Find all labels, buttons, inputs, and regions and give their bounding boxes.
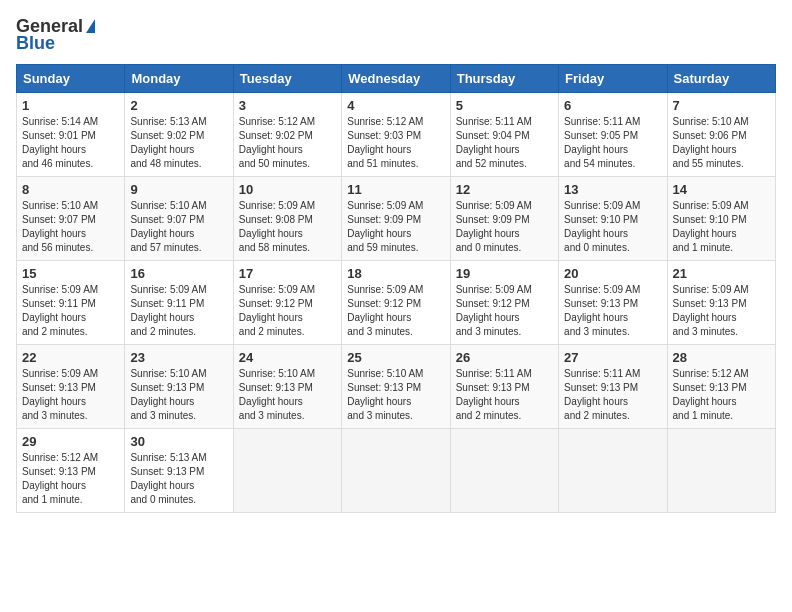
day-cell-5: 5 Sunrise: 5:11 AMSunset: 9:04 PMDayligh… — [450, 93, 558, 177]
day-info: Sunrise: 5:09 AMSunset: 9:12 PMDaylight … — [239, 283, 336, 339]
day-number: 12 — [456, 182, 553, 197]
day-number: 6 — [564, 98, 661, 113]
day-info: Sunrise: 5:09 AMSunset: 9:12 PMDaylight … — [347, 283, 444, 339]
weekday-header-friday: Friday — [559, 65, 667, 93]
day-info: Sunrise: 5:10 AMSunset: 9:07 PMDaylight … — [130, 199, 227, 255]
day-cell-12: 12 Sunrise: 5:09 AMSunset: 9:09 PMDaylig… — [450, 177, 558, 261]
weekday-header-wednesday: Wednesday — [342, 65, 450, 93]
day-number: 9 — [130, 182, 227, 197]
weekday-header-monday: Monday — [125, 65, 233, 93]
day-info: Sunrise: 5:11 AMSunset: 9:13 PMDaylight … — [564, 367, 661, 423]
day-cell-19: 19 Sunrise: 5:09 AMSunset: 9:12 PMDaylig… — [450, 261, 558, 345]
day-number: 15 — [22, 266, 119, 281]
day-number: 3 — [239, 98, 336, 113]
day-number: 18 — [347, 266, 444, 281]
day-number: 19 — [456, 266, 553, 281]
header: General Blue — [16, 16, 776, 54]
empty-cell — [342, 429, 450, 513]
day-number: 27 — [564, 350, 661, 365]
day-number: 13 — [564, 182, 661, 197]
day-number: 24 — [239, 350, 336, 365]
day-number: 26 — [456, 350, 553, 365]
day-info: Sunrise: 5:09 AMSunset: 9:13 PMDaylight … — [564, 283, 661, 339]
day-number: 1 — [22, 98, 119, 113]
day-number: 22 — [22, 350, 119, 365]
day-number: 25 — [347, 350, 444, 365]
day-number: 4 — [347, 98, 444, 113]
empty-cell — [233, 429, 341, 513]
calendar-week-5: 29 Sunrise: 5:12 AMSunset: 9:13 PMDaylig… — [17, 429, 776, 513]
day-cell-4: 4 Sunrise: 5:12 AMSunset: 9:03 PMDayligh… — [342, 93, 450, 177]
day-number: 2 — [130, 98, 227, 113]
day-info: Sunrise: 5:09 AMSunset: 9:10 PMDaylight … — [564, 199, 661, 255]
day-number: 7 — [673, 98, 770, 113]
day-number: 16 — [130, 266, 227, 281]
day-number: 29 — [22, 434, 119, 449]
day-cell-29: 29 Sunrise: 5:12 AMSunset: 9:13 PMDaylig… — [17, 429, 125, 513]
day-number: 23 — [130, 350, 227, 365]
day-number: 5 — [456, 98, 553, 113]
weekday-header-thursday: Thursday — [450, 65, 558, 93]
day-cell-23: 23 Sunrise: 5:10 AMSunset: 9:13 PMDaylig… — [125, 345, 233, 429]
day-cell-15: 15 Sunrise: 5:09 AMSunset: 9:11 PMDaylig… — [17, 261, 125, 345]
day-cell-27: 27 Sunrise: 5:11 AMSunset: 9:13 PMDaylig… — [559, 345, 667, 429]
day-info: Sunrise: 5:09 AMSunset: 9:10 PMDaylight … — [673, 199, 770, 255]
day-cell-10: 10 Sunrise: 5:09 AMSunset: 9:08 PMDaylig… — [233, 177, 341, 261]
day-number: 14 — [673, 182, 770, 197]
day-info: Sunrise: 5:12 AMSunset: 9:02 PMDaylight … — [239, 115, 336, 171]
empty-cell — [559, 429, 667, 513]
day-number: 28 — [673, 350, 770, 365]
day-number: 10 — [239, 182, 336, 197]
day-cell-7: 7 Sunrise: 5:10 AMSunset: 9:06 PMDayligh… — [667, 93, 775, 177]
day-info: Sunrise: 5:14 AMSunset: 9:01 PMDaylight … — [22, 115, 119, 171]
day-info: Sunrise: 5:09 AMSunset: 9:13 PMDaylight … — [673, 283, 770, 339]
day-cell-25: 25 Sunrise: 5:10 AMSunset: 9:13 PMDaylig… — [342, 345, 450, 429]
day-info: Sunrise: 5:09 AMSunset: 9:09 PMDaylight … — [456, 199, 553, 255]
calendar-week-1: 1 Sunrise: 5:14 AMSunset: 9:01 PMDayligh… — [17, 93, 776, 177]
day-info: Sunrise: 5:10 AMSunset: 9:13 PMDaylight … — [130, 367, 227, 423]
day-cell-26: 26 Sunrise: 5:11 AMSunset: 9:13 PMDaylig… — [450, 345, 558, 429]
day-info: Sunrise: 5:13 AMSunset: 9:02 PMDaylight … — [130, 115, 227, 171]
day-number: 8 — [22, 182, 119, 197]
day-number: 17 — [239, 266, 336, 281]
day-cell-2: 2 Sunrise: 5:13 AMSunset: 9:02 PMDayligh… — [125, 93, 233, 177]
day-info: Sunrise: 5:13 AMSunset: 9:13 PMDaylight … — [130, 451, 227, 507]
day-info: Sunrise: 5:12 AMSunset: 9:13 PMDaylight … — [673, 367, 770, 423]
day-info: Sunrise: 5:09 AMSunset: 9:09 PMDaylight … — [347, 199, 444, 255]
day-info: Sunrise: 5:10 AMSunset: 9:13 PMDaylight … — [347, 367, 444, 423]
day-number: 20 — [564, 266, 661, 281]
empty-cell — [450, 429, 558, 513]
day-cell-21: 21 Sunrise: 5:09 AMSunset: 9:13 PMDaylig… — [667, 261, 775, 345]
calendar-week-4: 22 Sunrise: 5:09 AMSunset: 9:13 PMDaylig… — [17, 345, 776, 429]
day-info: Sunrise: 5:12 AMSunset: 9:03 PMDaylight … — [347, 115, 444, 171]
day-cell-8: 8 Sunrise: 5:10 AMSunset: 9:07 PMDayligh… — [17, 177, 125, 261]
day-cell-20: 20 Sunrise: 5:09 AMSunset: 9:13 PMDaylig… — [559, 261, 667, 345]
day-cell-17: 17 Sunrise: 5:09 AMSunset: 9:12 PMDaylig… — [233, 261, 341, 345]
logo-blue: Blue — [16, 33, 55, 54]
day-cell-13: 13 Sunrise: 5:09 AMSunset: 9:10 PMDaylig… — [559, 177, 667, 261]
calendar-week-2: 8 Sunrise: 5:10 AMSunset: 9:07 PMDayligh… — [17, 177, 776, 261]
day-number: 21 — [673, 266, 770, 281]
day-info: Sunrise: 5:09 AMSunset: 9:11 PMDaylight … — [130, 283, 227, 339]
day-cell-1: 1 Sunrise: 5:14 AMSunset: 9:01 PMDayligh… — [17, 93, 125, 177]
logo: General Blue — [16, 16, 95, 54]
day-info: Sunrise: 5:12 AMSunset: 9:13 PMDaylight … — [22, 451, 119, 507]
day-cell-11: 11 Sunrise: 5:09 AMSunset: 9:09 PMDaylig… — [342, 177, 450, 261]
day-cell-9: 9 Sunrise: 5:10 AMSunset: 9:07 PMDayligh… — [125, 177, 233, 261]
day-cell-22: 22 Sunrise: 5:09 AMSunset: 9:13 PMDaylig… — [17, 345, 125, 429]
day-number: 30 — [130, 434, 227, 449]
day-cell-14: 14 Sunrise: 5:09 AMSunset: 9:10 PMDaylig… — [667, 177, 775, 261]
day-info: Sunrise: 5:09 AMSunset: 9:13 PMDaylight … — [22, 367, 119, 423]
logo-triangle-icon — [86, 19, 95, 33]
day-info: Sunrise: 5:10 AMSunset: 9:13 PMDaylight … — [239, 367, 336, 423]
calendar: SundayMondayTuesdayWednesdayThursdayFrid… — [16, 64, 776, 513]
calendar-week-3: 15 Sunrise: 5:09 AMSunset: 9:11 PMDaylig… — [17, 261, 776, 345]
weekday-header-saturday: Saturday — [667, 65, 775, 93]
day-cell-18: 18 Sunrise: 5:09 AMSunset: 9:12 PMDaylig… — [342, 261, 450, 345]
day-cell-28: 28 Sunrise: 5:12 AMSunset: 9:13 PMDaylig… — [667, 345, 775, 429]
day-info: Sunrise: 5:09 AMSunset: 9:11 PMDaylight … — [22, 283, 119, 339]
day-info: Sunrise: 5:10 AMSunset: 9:07 PMDaylight … — [22, 199, 119, 255]
day-cell-3: 3 Sunrise: 5:12 AMSunset: 9:02 PMDayligh… — [233, 93, 341, 177]
weekday-header-sunday: Sunday — [17, 65, 125, 93]
day-info: Sunrise: 5:11 AMSunset: 9:13 PMDaylight … — [456, 367, 553, 423]
